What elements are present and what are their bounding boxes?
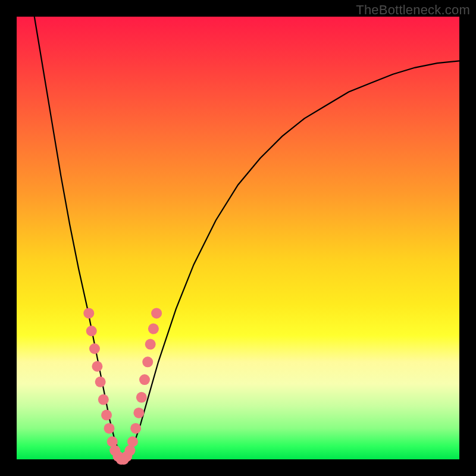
bottleneck-curve bbox=[35, 17, 459, 459]
highlight-marker bbox=[142, 356, 153, 367]
highlight-marker bbox=[86, 325, 97, 336]
watermark-text: TheBottleneck.com bbox=[356, 2, 470, 18]
marker-layer bbox=[83, 308, 162, 465]
curve-layer bbox=[35, 17, 459, 459]
highlight-marker bbox=[98, 394, 109, 405]
highlight-marker bbox=[145, 339, 156, 350]
highlight-marker bbox=[139, 374, 150, 385]
highlight-marker bbox=[95, 377, 106, 387]
highlight-marker bbox=[83, 308, 94, 318]
chart-frame: TheBottleneck.com bbox=[0, 0, 476, 476]
highlight-marker bbox=[133, 408, 144, 418]
highlight-marker bbox=[151, 308, 162, 318]
highlight-marker bbox=[136, 392, 147, 403]
highlight-marker bbox=[127, 436, 138, 447]
highlight-marker bbox=[89, 343, 100, 354]
highlight-marker bbox=[92, 361, 102, 372]
highlight-marker bbox=[130, 423, 141, 434]
chart-svg bbox=[17, 17, 459, 459]
highlight-marker bbox=[104, 423, 115, 434]
highlight-marker bbox=[101, 410, 112, 421]
plot-area bbox=[17, 17, 459, 459]
highlight-marker bbox=[148, 324, 159, 334]
